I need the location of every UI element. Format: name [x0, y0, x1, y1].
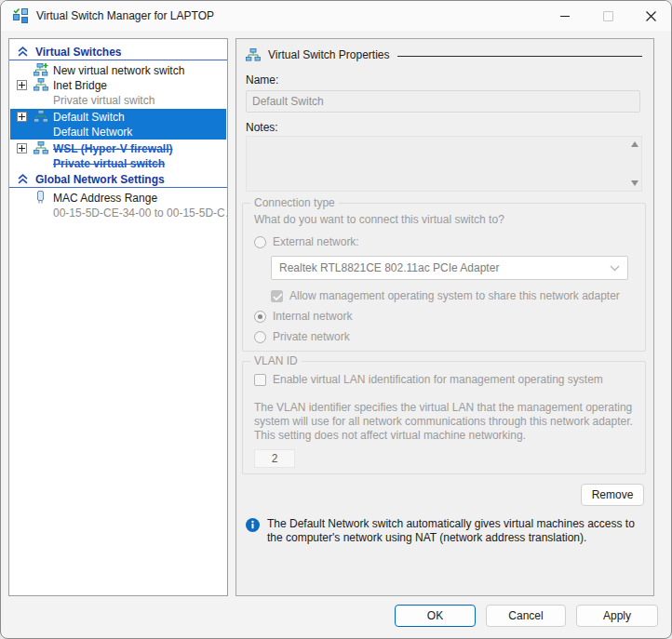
apply-button[interactable]: Apply — [576, 605, 658, 627]
ok-button[interactable]: OK — [395, 605, 476, 627]
tree-item-label: WSL (Hyper-V firewall) — [53, 141, 172, 156]
adapter-selected-value: Realtek RTL8821CE 802.11ac PCIe Adapter — [279, 261, 610, 274]
collapse-chevrons-icon — [18, 47, 28, 57]
share-adapter-checkbox-row[interactable]: Allow management operating system to sha… — [271, 289, 620, 302]
section-header-label: Virtual Switches — [35, 45, 121, 60]
checkbox-share-adapter[interactable] — [271, 290, 283, 302]
checkbox-label: Allow management operating system to sha… — [289, 289, 620, 302]
hyperv-app-icon — [13, 8, 28, 23]
switch-icon — [34, 78, 48, 91]
tree-item-inet-bridge-sub[interactable]: Private virtual switch — [9, 93, 227, 108]
switch-tree-sidebar: Virtual Switches New virtual network swi… — [8, 38, 228, 596]
external-network-radio-row[interactable]: External network: — [254, 235, 359, 248]
tree-item-sublabel: Default Network — [53, 125, 132, 140]
connection-type-legend: Connection type — [250, 196, 339, 209]
section-virtual-switches[interactable]: Virtual Switches — [9, 45, 227, 60]
virtual-switch-manager-window: Virtual Switch Manager for LAPTOP Virtua… — [0, 0, 672, 639]
check-icon — [273, 293, 283, 301]
radio-label: Private network — [273, 330, 350, 343]
tree-item-default-switch-sub[interactable]: Default Network — [9, 125, 227, 140]
switch-icon — [34, 110, 48, 123]
switch-icon — [246, 48, 261, 61]
section-divider — [9, 187, 227, 188]
header-rule — [397, 56, 643, 57]
tree-item-wsl[interactable]: WSL (Hyper-V firewall) — [9, 141, 227, 156]
tree-item-label: Default Switch — [53, 110, 125, 125]
panel-header: Virtual Switch Properties — [246, 48, 642, 61]
cancel-button[interactable]: Cancel — [486, 605, 566, 627]
titlebar: Virtual Switch Manager for LAPTOP — [1, 1, 671, 31]
radio-label: External network: — [273, 235, 359, 248]
vlan-description: The VLAN identifier specifies the virtua… — [254, 401, 634, 443]
vlan-id-group: VLAN ID Enable virtual LAN identificatio… — [242, 361, 646, 474]
tree-item-label: MAC Address Range — [53, 191, 157, 206]
name-label: Name: — [246, 73, 278, 87]
checkbox-enable-vlan[interactable] — [254, 374, 266, 386]
tree-item-mac-sub[interactable]: 00-15-5D-CE-34-00 to 00-15-5D-C… — [9, 206, 227, 220]
expand-icon[interactable] — [17, 143, 27, 153]
connection-question: What do you want to connect this virtual… — [254, 213, 504, 226]
window-title: Virtual Switch Manager for LAPTOP — [36, 9, 214, 22]
internal-network-radio-row[interactable]: Internal network — [254, 310, 352, 323]
expand-icon[interactable] — [17, 80, 27, 90]
scroll-up-icon[interactable] — [631, 141, 638, 147]
notes-textarea[interactable] — [246, 136, 642, 192]
name-input[interactable] — [246, 90, 640, 113]
tree-item-label: Inet Bridge — [53, 78, 107, 93]
radio-label: Internal network — [273, 310, 352, 323]
notes-label: Notes: — [246, 121, 278, 134]
mac-icon — [35, 191, 46, 205]
expand-icon[interactable] — [17, 112, 27, 122]
section-global-network-settings[interactable]: Global Network Settings — [9, 172, 227, 187]
vlan-id-legend: VLAN ID — [250, 354, 302, 367]
properties-panel: Virtual Switch Properties Name: Notes: C… — [235, 38, 654, 596]
chevron-down-icon — [610, 265, 620, 272]
section-divider — [9, 60, 227, 60]
vlan-id-input[interactable] — [254, 449, 295, 468]
tree-item-new-virtual-switch[interactable]: New virtual network switch — [9, 63, 227, 78]
tree-item-sublabel: 00-15-5D-CE-34-00 to 00-15-5D-C… — [53, 206, 228, 220]
close-button[interactable] — [629, 1, 672, 31]
tree-item-wsl-sub[interactable]: Private virtual switch — [9, 156, 227, 171]
tree-item-sublabel: Private virtual switch — [53, 93, 155, 108]
section-header-label: Global Network Settings — [35, 172, 165, 187]
radio-private-network[interactable] — [254, 331, 266, 343]
switch-new-icon — [34, 63, 48, 76]
radio-external-network[interactable] — [254, 236, 266, 248]
collapse-chevrons-icon — [18, 174, 28, 184]
maximize-button — [586, 1, 629, 31]
tree-item-default-switch[interactable]: Default Switch — [9, 110, 227, 125]
close-icon — [646, 11, 656, 21]
info-icon — [246, 518, 260, 532]
tree-item-label: New virtual network switch — [53, 63, 184, 78]
scroll-down-icon[interactable] — [631, 180, 638, 186]
connection-type-group: Connection type What do you want to conn… — [242, 203, 646, 352]
tree-item-sublabel: Private virtual switch — [53, 156, 165, 171]
maximize-icon — [603, 11, 613, 21]
checkbox-label: Enable virtual LAN identification for ma… — [273, 373, 603, 386]
tree-item-mac-address-range[interactable]: MAC Address Range — [9, 191, 227, 206]
switch-icon — [34, 141, 48, 154]
minimize-button[interactable] — [544, 1, 586, 31]
enable-vlan-checkbox-row[interactable]: Enable virtual LAN identification for ma… — [254, 373, 603, 386]
tree-item-inet-bridge[interactable]: Inet Bridge — [9, 78, 227, 93]
network-adapter-dropdown[interactable]: Realtek RTL8821CE 802.11ac PCIe Adapter — [271, 256, 628, 280]
info-row: The Default Network switch automatically… — [246, 517, 644, 545]
minimize-icon — [560, 16, 570, 17]
panel-title: Virtual Switch Properties — [268, 48, 390, 61]
radio-internal-network[interactable] — [254, 311, 266, 323]
private-network-radio-row[interactable]: Private network — [254, 330, 350, 343]
info-text: The Default Network switch automatically… — [267, 517, 644, 545]
remove-button[interactable]: Remove — [581, 484, 644, 506]
